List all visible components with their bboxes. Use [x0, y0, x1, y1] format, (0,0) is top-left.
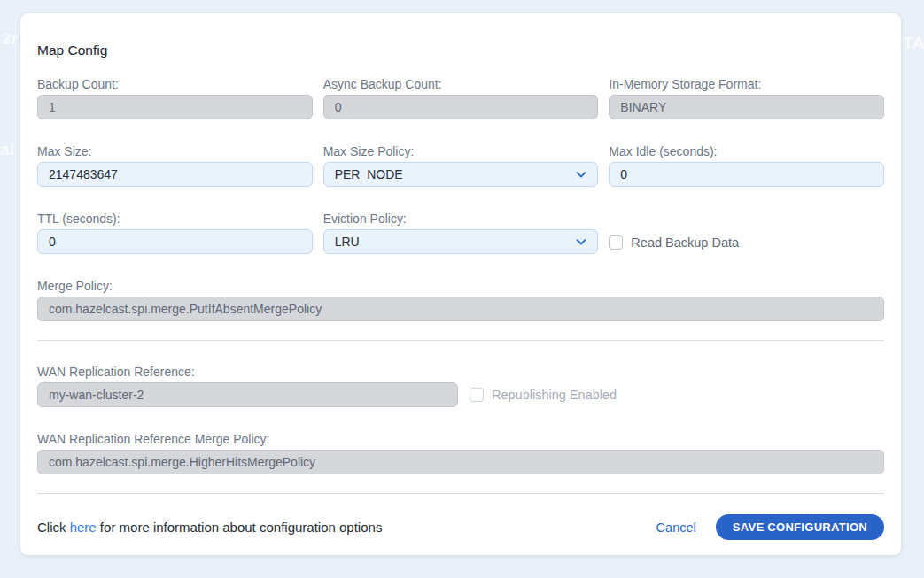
wan-replication-reference-field-group: WAN Replication Reference: Republishing …: [37, 364, 884, 407]
wan-replication-reference-row: Republishing Enabled: [37, 382, 884, 407]
ttl-label: TTL (seconds):: [37, 211, 313, 227]
read-backup-data-field-group: Read Backup Data: [609, 211, 884, 254]
eviction-policy-select[interactable]: LRU: [323, 229, 599, 254]
wan-replication-reference-merge-policy-label: WAN Replication Reference Merge Policy:: [37, 431, 884, 448]
read-backup-data-checkbox[interactable]: [609, 235, 623, 250]
more-info-link[interactable]: here: [70, 520, 97, 535]
form-row: Backup Count: Async Backup Count: In-Mem…: [37, 76, 884, 119]
republishing-enabled-label: Republishing Enabled: [492, 388, 617, 402]
footer-info-suffix: for more information about configuration…: [97, 520, 383, 535]
cancel-button[interactable]: Cancel: [656, 520, 696, 535]
backup-count-input: [37, 95, 313, 119]
max-idle-label: Max Idle (seconds):: [609, 143, 884, 160]
max-size-policy-label: Max Size Policy:: [323, 143, 599, 160]
ttl-input[interactable]: [37, 229, 313, 254]
merge-policy-label: Merge Policy:: [37, 278, 884, 295]
background-text-fragment: TA: [903, 34, 924, 53]
republishing-enabled-checkbox: [470, 388, 484, 402]
in-memory-storage-format-field-group: In-Memory Storage Format:: [609, 76, 884, 119]
merge-policy-input: [37, 297, 884, 321]
max-size-input[interactable]: [37, 162, 313, 187]
async-backup-count-label: Async Backup Count:: [323, 76, 599, 93]
async-backup-count-field-group: Async Backup Count:: [323, 76, 599, 119]
max-size-label: Max Size:: [37, 143, 313, 160]
wan-replication-reference-merge-policy-field-group: WAN Replication Reference Merge Policy:: [37, 431, 884, 474]
max-size-policy-selected-value: PER_NODE: [335, 167, 403, 181]
merge-policy-field-group: Merge Policy:: [37, 278, 884, 321]
async-backup-count-input: [323, 95, 599, 119]
ttl-field-group: TTL (seconds):: [37, 211, 313, 254]
max-size-field-group: Max Size:: [37, 143, 313, 187]
read-backup-data-label: Read Backup Data: [631, 235, 739, 250]
section-divider: [37, 340, 884, 341]
form-row: TTL (seconds): Eviction Policy: LRU Read…: [37, 211, 884, 254]
section-divider: [37, 493, 884, 494]
max-idle-field-group: Max Idle (seconds):: [609, 143, 884, 187]
map-config-panel: Map Config Backup Count: Async Backup Co…: [19, 12, 902, 556]
wan-replication-reference-label: WAN Replication Reference:: [37, 364, 884, 381]
eviction-policy-field-group: Eviction Policy: LRU: [323, 211, 599, 254]
backup-count-label: Backup Count:: [37, 76, 313, 93]
in-memory-storage-format-input: [609, 95, 884, 119]
max-size-policy-field-group: Max Size Policy: PER_NODE: [323, 143, 599, 187]
republishing-enabled-checkbox-group: Republishing Enabled: [470, 388, 617, 402]
wan-replication-reference-merge-policy-input: [37, 450, 884, 474]
max-idle-input[interactable]: [609, 162, 884, 187]
eviction-policy-label: Eviction Policy:: [323, 211, 599, 227]
chevron-down-icon: [574, 235, 588, 249]
wan-replication-reference-input: [37, 382, 458, 407]
footer-info-prefix: Click: [37, 520, 70, 535]
footer-bar: Click here for more information about co…: [37, 514, 884, 540]
save-configuration-button[interactable]: SAVE CONFIGURATION: [716, 514, 884, 540]
form-row: Max Size: Max Size Policy: PER_NODE Max …: [37, 143, 884, 187]
eviction-policy-selected-value: LRU: [335, 235, 360, 249]
page-title: Map Config: [37, 42, 884, 59]
footer-info-text: Click here for more information about co…: [37, 520, 382, 535]
chevron-down-icon: [574, 167, 588, 181]
in-memory-storage-format-label: In-Memory Storage Format:: [609, 76, 884, 93]
backup-count-field-group: Backup Count:: [37, 76, 313, 119]
max-size-policy-select[interactable]: PER_NODE: [323, 162, 599, 187]
read-backup-data-checkbox-group[interactable]: Read Backup Data: [609, 235, 739, 250]
